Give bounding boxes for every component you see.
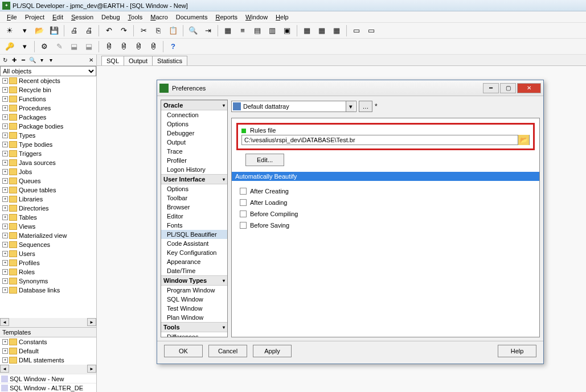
browse-button[interactable]: 📂 [518,135,529,145]
checkbox[interactable] [240,211,247,217]
checkbox[interactable] [240,222,247,229]
expand-icon[interactable]: + [2,133,8,138]
tree-item[interactable]: +Queues [0,176,96,185]
tab-sql[interactable]: SQL [101,56,124,65]
tree-item[interactable]: +Procedures [0,104,96,113]
tb-icon-c[interactable]: ▤ [251,24,264,37]
tree-item[interactable]: +Sequences [0,240,96,249]
help-icon[interactable]: ? [167,40,179,53]
tab-output[interactable]: Output [124,56,153,65]
expand-icon[interactable]: + [2,233,8,238]
tree-item[interactable]: +Views [0,222,96,231]
scroll-left-icon[interactable]: ◄ [0,318,9,326]
db4-icon[interactable]: 🛢 [147,40,159,53]
tb-icon-e[interactable]: ▣ [281,24,293,37]
undo-icon[interactable]: ↶ [103,24,115,37]
h-scrollbar-2[interactable]: ◄ ► [0,365,96,374]
findnext-icon[interactable]: ⇥ [202,24,214,37]
expand-icon[interactable]: + [2,224,8,229]
expand-icon[interactable]: + [2,205,8,211]
tb-icon-g[interactable]: ▦ [315,24,328,37]
filter-icon[interactable]: ▾ [38,56,46,64]
pref-item[interactable]: Date/Time [161,266,227,275]
expand-icon[interactable]: + [2,278,8,284]
pref-item[interactable]: Connection [161,110,227,119]
menu-tools[interactable]: Tools [125,13,146,22]
pref-item[interactable]: SQL Window [161,295,227,304]
menu-session[interactable]: Session [68,13,97,22]
pref-item[interactable]: PL/SQL Beautifier [161,230,227,239]
expand-icon[interactable]: + [2,348,8,354]
tb-icon-d[interactable]: ▥ [266,24,278,37]
expand-icon[interactable]: + [2,214,8,220]
copy-icon[interactable]: ⎘ [152,24,165,37]
tree-item[interactable]: +Types [0,131,96,140]
pref-item[interactable]: Program Window [161,286,227,295]
tree-item[interactable]: +Type bodies [0,140,96,149]
maximize-button[interactable]: ▢ [500,83,516,93]
tb2-a[interactable]: ⬓ [68,40,80,53]
expand-icon[interactable]: + [2,260,8,266]
window-item[interactable]: SQL Window - New [0,374,96,383]
print-icon[interactable]: 🖨 [68,24,80,37]
wand-icon[interactable]: ✎ [53,40,65,53]
tree-item[interactable]: +Directories [0,204,96,213]
menu-window[interactable]: Window [242,13,271,22]
object-filter-combo[interactable]: All objects [0,66,96,76]
open-icon[interactable]: 📂 [33,24,46,37]
new-icon[interactable]: ☀ [3,24,16,37]
expand-icon[interactable]: + [2,357,8,363]
object-tree[interactable]: +Recent objects+Recycle bin+Functions+Pr… [0,76,96,318]
cancel-button[interactable]: Cancel [208,345,247,357]
tree-item[interactable]: +Jobs [0,167,96,176]
expand-icon[interactable]: + [2,169,8,175]
profile-combo[interactable]: Default dattatray ▾ [231,101,356,112]
close-button[interactable]: ✕ [517,83,541,93]
find-icon[interactable]: 🔍 [187,24,199,37]
pref-item[interactable]: Logon History [161,165,227,174]
pref-item[interactable]: Profiler [161,156,227,165]
expand-icon[interactable]: + [2,105,8,111]
tree-item[interactable]: +Roles [0,267,96,277]
menu-macro[interactable]: Macro [147,13,171,22]
scroll-left-icon[interactable]: ◄ [0,365,9,373]
pref-item[interactable]: Output [161,138,227,147]
dropdown-icon[interactable]: ▾ [18,40,31,53]
pref-item[interactable]: Debugger [161,129,227,138]
minimize-button[interactable]: ━ [483,83,499,93]
tree-item[interactable]: +Users [0,249,96,258]
chevron-down-icon[interactable]: ▾ [346,101,355,112]
pref-item[interactable]: Differences [161,332,227,337]
tree-item[interactable]: +Packages [0,113,96,122]
tree-item[interactable]: +Materialized view [0,231,96,240]
preferences-tree[interactable]: Oracle▾ ConnectionOptionsDebuggerOutputT… [161,100,228,337]
pref-item[interactable]: Fonts [161,221,227,230]
expand-icon[interactable]: + [2,114,8,120]
pref-item[interactable]: Test Window [161,304,227,313]
expand-icon[interactable]: + [2,242,8,247]
templates-tree[interactable]: +Constants+Default+DML statements [0,337,96,365]
tree-item[interactable]: +Default [0,346,96,356]
tree-item[interactable]: +Queue tables [0,185,96,195]
tab-statistics[interactable]: Statistics [152,56,187,65]
expand-icon[interactable]: + [2,339,8,345]
menu-help[interactable]: Help [272,13,292,22]
expand-icon[interactable]: + [2,87,8,93]
tree-item[interactable]: +Synonyms [0,277,96,286]
print2-icon[interactable]: 🖨 [83,24,95,37]
tree-item[interactable]: +Constants [0,337,96,346]
menu-reports[interactable]: Reports [212,13,241,22]
pref-ellipsis-button[interactable]: … [359,101,372,112]
apply-button[interactable]: Apply [253,345,292,357]
pref-section-ui[interactable]: User Interface▾ [161,174,227,184]
tb-icon-i[interactable]: ▭ [350,24,363,37]
tree-item[interactable]: +Tables [0,213,96,222]
menu-project[interactable]: Project [22,13,48,22]
pref-section-wt[interactable]: Window Types▾ [161,275,227,286]
menu-dropdown-icon[interactable]: ▾ [18,24,31,37]
dialog-titlebar[interactable]: Preferences ━ ▢ ✕ [157,80,543,96]
db1-icon[interactable]: 🛢 [103,40,115,53]
rules-file-input[interactable] [242,135,518,145]
tb-icon-h[interactable]: ▦ [330,24,343,37]
expand-icon[interactable]: + [2,160,8,166]
